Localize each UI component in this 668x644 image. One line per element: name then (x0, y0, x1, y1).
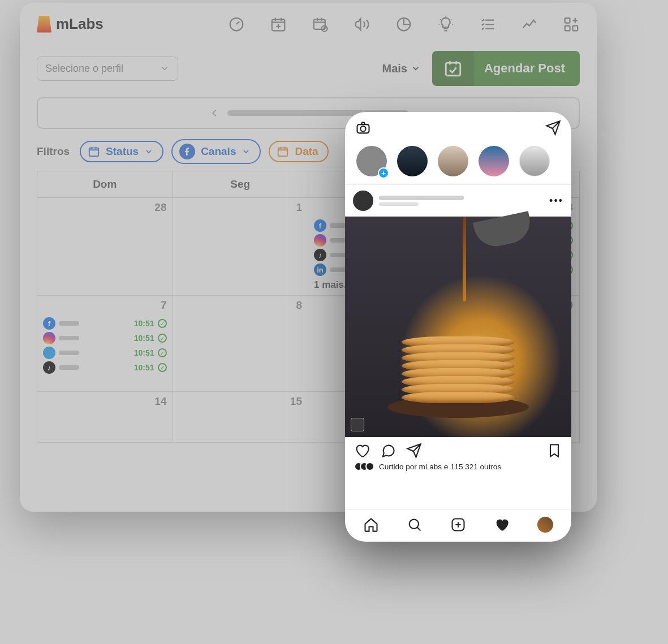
calendar-cell[interactable]: 1 (173, 198, 309, 296)
scheduled-post[interactable]: 10:51✓ (43, 347, 167, 359)
app-header: mLabs (20, 3, 597, 43)
add-story-icon: + (378, 167, 389, 179)
post-bar (59, 321, 79, 326)
instagram-icon (314, 234, 326, 247)
home-icon[interactable] (363, 517, 379, 533)
tiktok-icon: ♪ (43, 361, 55, 374)
filter-data-label: Data (295, 145, 318, 158)
facebook-icon: f (43, 317, 55, 330)
story-item[interactable] (518, 145, 551, 178)
story-item[interactable] (477, 145, 510, 178)
filters-label: Filtros (37, 145, 70, 158)
filter-channels[interactable]: Canais (171, 139, 261, 164)
logo-mark-icon (37, 16, 51, 33)
scheduled-post[interactable]: f10:51✓ (43, 317, 167, 330)
your-story[interactable]: + (355, 145, 388, 178)
placeholder-line (379, 202, 419, 206)
post-time: 10:51 (134, 319, 154, 328)
dashboard-icon[interactable] (228, 16, 245, 33)
app-logo[interactable]: mLabs (37, 15, 104, 33)
post-image[interactable] (345, 217, 571, 437)
share-icon[interactable] (406, 443, 422, 459)
checklist-icon[interactable] (479, 16, 496, 33)
lightbulb-icon[interactable] (437, 16, 454, 33)
add-post-icon[interactable] (450, 517, 466, 533)
header-nav (228, 16, 580, 33)
heart-icon[interactable] (354, 443, 370, 459)
post-avatar[interactable] (353, 191, 373, 211)
date-label: 14 (154, 395, 166, 408)
more-label: Mais (382, 62, 407, 75)
profile-avatar[interactable] (537, 517, 553, 533)
activity-icon[interactable] (494, 517, 510, 533)
svg-rect-7 (446, 63, 460, 76)
date-label: 15 (290, 395, 302, 408)
twitter-icon (43, 347, 55, 359)
date-label: 1 (296, 201, 302, 214)
linkedin-icon: in (314, 263, 326, 276)
scheduled-post[interactable]: 10:51✓ (43, 332, 167, 344)
more-options-icon[interactable]: ••• (549, 195, 563, 207)
like-avatars (354, 462, 374, 471)
chevron-down-icon (411, 63, 421, 74)
date-label: 7 (161, 299, 167, 312)
image-detail (473, 211, 534, 250)
check-icon: ✓ (158, 334, 167, 343)
calendar-cell[interactable]: 15 (173, 392, 309, 443)
instagram-nav (345, 509, 571, 542)
svg-rect-2 (314, 19, 325, 29)
calendar-icon (88, 145, 100, 158)
facebook-icon: f (314, 219, 326, 232)
chevron-down-icon (160, 63, 170, 74)
svg-rect-5 (565, 25, 570, 31)
svg-rect-4 (565, 18, 570, 23)
placeholder-line (379, 196, 464, 200)
more-dropdown[interactable]: Mais (382, 62, 421, 75)
check-icon: ✓ (158, 363, 167, 372)
schedule-label: Agendar Post (484, 61, 580, 76)
profile-select[interactable]: Selecione o perfil (37, 57, 178, 81)
date-label: 28 (154, 201, 166, 214)
sub-toolbar: Selecione o perfil Mais Agendar Post (20, 43, 597, 97)
filter-status[interactable]: Status (80, 141, 163, 162)
comment-icon[interactable] (380, 443, 396, 459)
send-icon[interactable] (545, 120, 561, 136)
pie-chart-icon[interactable] (395, 16, 412, 33)
post-bar (59, 336, 79, 340)
check-icon: ✓ (158, 319, 167, 328)
post-actions (345, 437, 571, 461)
day-header: Dom (37, 171, 173, 197)
calendar-cell[interactable]: 8 (173, 296, 309, 392)
filter-channels-label: Canais (201, 145, 236, 158)
bookmark-icon[interactable] (546, 443, 562, 459)
calendar-clock-icon[interactable] (312, 16, 329, 33)
scheduled-post[interactable]: ♪10:51✓ (43, 361, 167, 374)
analytics-icon[interactable] (521, 16, 538, 33)
calendar-check-icon (432, 51, 474, 86)
post-header: ••• (345, 185, 571, 217)
check-icon: ✓ (158, 348, 167, 357)
story-item[interactable] (437, 145, 469, 178)
calendar-cell[interactable]: 14 (37, 392, 173, 443)
svg-point-11 (360, 126, 365, 131)
camera-icon[interactable] (355, 120, 371, 136)
chevron-down-icon (242, 147, 251, 156)
profile-placeholder: Selecione o perfil (45, 63, 123, 75)
svg-rect-6 (573, 25, 578, 31)
megaphone-icon[interactable] (354, 16, 370, 33)
apps-add-icon[interactable] (563, 16, 580, 33)
chevron-left-icon[interactable] (208, 107, 221, 119)
search-icon[interactable] (407, 517, 423, 533)
story-item[interactable] (396, 145, 429, 178)
filter-data[interactable]: Data (269, 141, 328, 162)
schedule-post-button[interactable]: Agendar Post (432, 51, 580, 86)
calendar-cell[interactable]: 28 (37, 198, 173, 296)
app-name: mLabs (56, 15, 104, 33)
likes-row[interactable]: Curtido por mLabs e 115 321 outros (345, 461, 571, 477)
svg-rect-8 (89, 148, 99, 157)
calendar-add-icon[interactable] (270, 16, 287, 33)
post-username-area[interactable] (379, 196, 464, 206)
post-time: 10:51 (134, 363, 154, 372)
calendar-cell[interactable]: 7 f10:51✓ 10:51✓ 10:51✓ ♪10:51✓ (37, 296, 173, 392)
post-time: 10:51 (134, 334, 154, 343)
